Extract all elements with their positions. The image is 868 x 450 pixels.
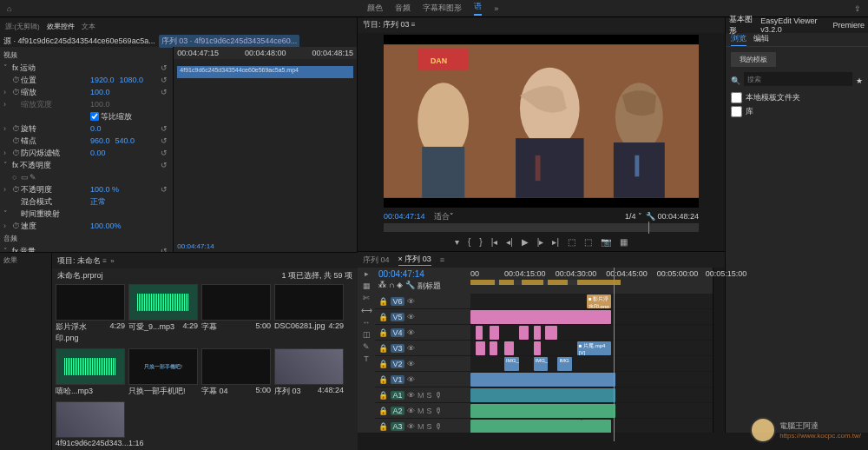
timeline-clip[interactable]: ■ 片尾.mp4 [V]	[577, 341, 611, 355]
timeline-clip[interactable]	[476, 341, 485, 355]
tool-button[interactable]: ▦	[363, 281, 371, 290]
program-fit[interactable]: 适合	[434, 211, 450, 222]
tool-button[interactable]: ✄	[363, 294, 370, 302]
position-label[interactable]: 位置	[21, 75, 90, 86]
search-input[interactable]	[744, 72, 852, 86]
tool-button[interactable]: ✎	[363, 342, 370, 351]
track-lane[interactable]	[470, 309, 713, 325]
program-tab[interactable]: 节目: 序列 03	[363, 20, 410, 29]
go-in-icon[interactable]: |◂	[491, 237, 498, 247]
edit-subtab[interactable]: 编辑	[753, 33, 769, 46]
fx-toggle-icon[interactable]: ˅	[3, 63, 12, 72]
premiere-tab[interactable]: Premiere	[832, 21, 865, 30]
go-out-icon[interactable]: ▸|	[552, 237, 559, 247]
mark-in-icon[interactable]: {	[468, 237, 470, 247]
nav-more[interactable]: »	[494, 4, 498, 13]
step-back-icon[interactable]: ◂|	[506, 237, 513, 247]
project-tab[interactable]: 项目: 未命名	[57, 255, 101, 267]
track-lane[interactable]	[470, 419, 713, 433]
track-header[interactable]: 🔒V4👁	[375, 325, 470, 341]
effects-tab[interactable]: 效果	[0, 253, 51, 268]
fx-clip[interactable]: 4f91c9d6c245d343544ce60e569ac5a5.mp4	[177, 66, 353, 78]
project-thumb[interactable]	[201, 284, 271, 321]
play-icon[interactable]: ▶	[522, 237, 529, 247]
blend-label[interactable]: 混合模式	[21, 196, 90, 208]
bin-name[interactable]: 未命名.prproj	[57, 270, 103, 279]
caption-icon[interactable]: 副标题	[418, 281, 441, 292]
timeline-clip[interactable]	[504, 341, 514, 355]
link-icon[interactable]: ∩	[389, 281, 394, 292]
track-lane[interactable]	[470, 325, 713, 341]
rotation-value[interactable]: 0.0	[90, 124, 102, 133]
position-y[interactable]: 1080.0	[120, 76, 144, 84]
track-lane[interactable]: ■ 影片浮水印.png	[470, 294, 713, 309]
anchor-label[interactable]: 锚点	[21, 136, 90, 147]
timeremap-section[interactable]: 时间重映射	[21, 208, 60, 220]
timeline-clip[interactable]	[582, 420, 610, 433]
opacity-value[interactable]: 100.0 %	[90, 185, 119, 194]
anchor-y[interactable]: 540.0	[115, 136, 135, 145]
tool-button[interactable]: ◫	[363, 330, 371, 339]
timeline-clip[interactable]: IMG_067	[534, 357, 549, 371]
project-thumb[interactable]	[274, 348, 344, 385]
fx-icon[interactable]: fx	[12, 161, 18, 169]
track-header[interactable]: 🔒V1👁	[375, 372, 470, 387]
reset-icon[interactable]: ↺	[161, 185, 169, 194]
anchor-x[interactable]: 960.0	[90, 136, 110, 145]
tool-button[interactable]: T	[364, 354, 369, 363]
timeline-clip[interactable]	[534, 341, 541, 355]
lift-icon[interactable]: ⬚	[568, 237, 575, 247]
source-crumb-active[interactable]: 序列 03 · 4f91c9d6c245d343544ce60...	[159, 35, 300, 48]
project-thumb[interactable]	[128, 284, 198, 321]
track-lane[interactable]	[470, 403, 713, 419]
reset-icon[interactable]: ↺	[161, 124, 169, 133]
add-marker-icon[interactable]: ▾	[455, 237, 459, 247]
pen-icon[interactable]: ✎	[30, 173, 38, 182]
speed-label[interactable]: 速度	[21, 221, 90, 232]
extract-icon[interactable]: ⬚	[584, 237, 592, 247]
motion-label[interactable]: 运动	[20, 63, 36, 74]
tool-button[interactable]: ⟷	[361, 306, 372, 314]
reset-icon[interactable]: ↺	[161, 76, 169, 84]
timeline-clip[interactable]: IMG_0676	[504, 357, 519, 371]
tool-button[interactable]: ▸	[365, 269, 369, 278]
timeline-clip[interactable]	[470, 388, 615, 402]
project-thumb[interactable]: 只換一部手機吧!	[128, 348, 198, 385]
mark-out-icon[interactable]: }	[479, 237, 482, 247]
reset-icon[interactable]: ↺	[161, 149, 169, 157]
browse-subtab[interactable]: 浏览	[731, 33, 746, 46]
nav-audio[interactable]: 音频	[395, 3, 411, 14]
settings-icon[interactable]: 🔧	[405, 281, 415, 292]
dropdown-icon[interactable]: ˅	[638, 212, 642, 221]
speed-value[interactable]: 100.00%	[90, 222, 122, 230]
timeline-clip[interactable]	[470, 310, 611, 324]
marker-icon[interactable]: ◈	[397, 281, 403, 292]
stopwatch-icon[interactable]: ⏱	[12, 149, 21, 157]
snap-icon[interactable]: ⁂	[378, 281, 386, 292]
nav-color[interactable]: 颜色	[367, 3, 383, 14]
local-folder-checkbox[interactable]	[731, 92, 742, 103]
rotation-label[interactable]: 旋转	[21, 123, 90, 135]
library-checkbox[interactable]	[731, 106, 742, 117]
nav-graphics[interactable]: 字幕和图形	[423, 3, 462, 14]
export-icon[interactable]: ⇪	[854, 4, 861, 13]
fx-icon[interactable]: fx	[12, 63, 18, 72]
home-icon[interactable]: ⌂	[7, 4, 11, 13]
track-header[interactable]: 🔒V3👁	[375, 341, 470, 356]
step-fwd-icon[interactable]: |▸	[537, 237, 544, 247]
track-lane[interactable]: ■ 片尾.mp4 [V]	[470, 341, 713, 356]
timeline-clip[interactable]: ■ 影片浮水印.png	[587, 294, 611, 308]
project-item[interactable]: 可愛_9...mp34:29	[128, 284, 198, 345]
reset-icon[interactable]: ↺	[161, 136, 169, 145]
project-item[interactable]: 影片浮水印.png4:29	[56, 284, 125, 345]
volume-section[interactable]: 音量	[20, 246, 36, 253]
track-lane[interactable]	[470, 372, 713, 387]
antiflicker-label[interactable]: 防闪烁滤镜	[21, 148, 90, 159]
project-thumb[interactable]	[274, 284, 344, 321]
project-item[interactable]: 4f91c9d6c245d343...1:16	[56, 401, 125, 448]
timeline-clip[interactable]	[490, 341, 496, 355]
nav-active[interactable]: 语	[474, 1, 482, 16]
program-video[interactable]: DAN	[384, 35, 699, 208]
track-header[interactable]: 🔒A2👁MS🎙	[375, 403, 470, 419]
scale-label[interactable]: 缩放	[21, 87, 90, 98]
